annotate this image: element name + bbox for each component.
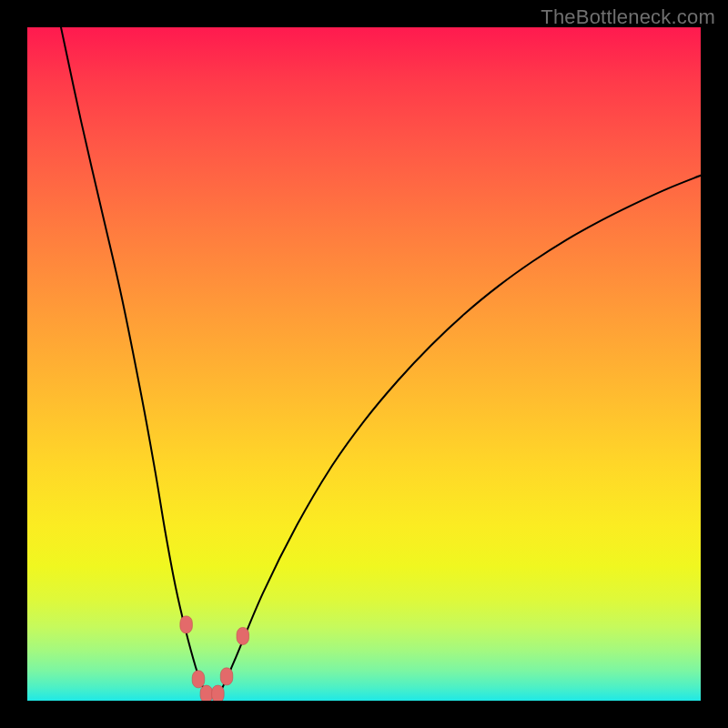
chart-frame: TheBottleneck.com xyxy=(0,0,728,728)
curve-marker xyxy=(212,685,225,701)
plot-area xyxy=(27,27,701,701)
chart-svg xyxy=(27,27,701,701)
curve-marker xyxy=(192,671,205,688)
watermark-text: TheBottleneck.com xyxy=(541,5,715,29)
bottleneck-curve xyxy=(61,27,701,697)
curve-marker xyxy=(200,685,213,701)
curve-marker xyxy=(220,668,233,685)
curve-marker xyxy=(237,627,249,644)
curve-markers xyxy=(180,616,249,701)
curve-marker xyxy=(180,616,193,633)
